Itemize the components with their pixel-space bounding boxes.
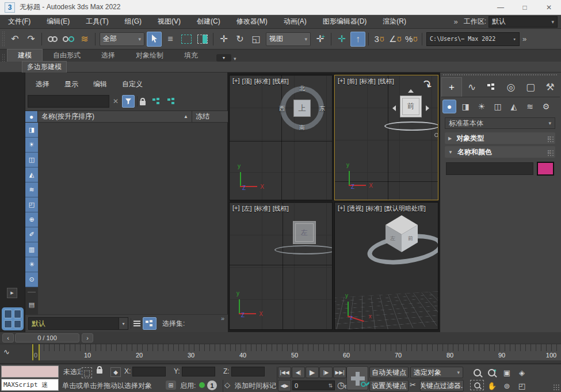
project-folder-dropdown[interactable]: C:\Users\⋯ Max 2022 ▾ [426, 32, 520, 46]
orbit-icon[interactable]: ⊚ [500, 380, 514, 391]
viewport-left[interactable]: [+] [左] [标准] [线框] 左 y X Z [229, 202, 333, 330]
display-xrefs-filter[interactable]: ⊕ [25, 212, 38, 227]
maxscript-listener-input[interactable]: MAXScript 迷 [1, 379, 59, 391]
viewcube-compass-ring[interactable] [384, 121, 438, 131]
display-shapes-filter[interactable]: ◨ [25, 123, 38, 138]
ribbon-tab-object-paint[interactable]: 对象绘制 [125, 50, 174, 62]
explorer-menu-edit[interactable]: 编辑 [93, 79, 107, 89]
set-key-button[interactable]: 设置关键点 [369, 380, 409, 391]
redo-button[interactable]: ↷ [24, 32, 39, 47]
select-scale-button[interactable]: ◱ [249, 32, 264, 47]
zoom-extents-icon[interactable]: ▣ [500, 367, 514, 378]
zoom-region-icon[interactable] [470, 380, 484, 390]
z-coordinate-input[interactable] [231, 367, 265, 376]
viewcube-front[interactable]: 前 [390, 89, 432, 147]
list-view-icon[interactable]: ▤ [25, 297, 38, 312]
current-frame-spinner[interactable]: 0 ⇅ [292, 380, 335, 390]
expand-tree-icon[interactable] [152, 98, 161, 105]
menu-animation[interactable]: 动画(A) [276, 17, 315, 26]
isolate-selection-icon[interactable]: ◇ [224, 380, 230, 389]
object-color-swatch[interactable] [537, 162, 554, 176]
x-coordinate-input[interactable] [132, 367, 166, 376]
viewcube-arrow-up[interactable] [408, 89, 414, 93]
ribbon-tab-modeling[interactable]: 建模 [7, 49, 43, 62]
active-layer-dropdown[interactable]: 默认 [28, 317, 119, 330]
grid-enabled-indicator[interactable] [199, 382, 205, 388]
minimize-button[interactable]: — [489, 1, 513, 14]
display-containers-filter[interactable]: ▥ [25, 242, 38, 257]
close-button[interactable]: ✕ [537, 1, 561, 14]
resize-grip[interactable] [553, 384, 560, 391]
key-filters-pliers-icon[interactable]: ✂ [410, 380, 416, 389]
selection-filter-dropdown[interactable]: 全部 ▾ [100, 32, 144, 46]
viewport-top[interactable]: [+] [顶] [标准] [线框] 北 东 南 西 上 y [229, 75, 333, 200]
panel-drag-handle[interactable] [442, 74, 558, 76]
viewcube-left[interactable]: 左 [287, 221, 322, 261]
display-bones-filter[interactable]: ✐ [25, 227, 38, 242]
time-slider-handle[interactable] [32, 344, 40, 360]
viewport-perspective[interactable]: [+] [透视] [标准] [默认明暗处理] 左 前 y x [334, 202, 438, 330]
select-link-icon[interactable] [45, 32, 60, 47]
display-groups-filter[interactable]: ◰ [25, 197, 38, 212]
explorer-object-list[interactable] [38, 123, 227, 314]
footer-overflow-icon[interactable]: » [221, 315, 224, 322]
go-to-end-button[interactable]: ▶▶| [333, 367, 346, 378]
frame-indicator[interactable]: 0 / 100 [15, 333, 79, 342]
viewport-shading-menu[interactable]: [默认明暗处理] [384, 204, 426, 213]
viewcube-front-face[interactable]: 前 [400, 96, 422, 117]
select-manipulate-button[interactable]: ✛ [334, 32, 349, 47]
layers-stack-icon[interactable] [133, 321, 140, 326]
tab-hierarchy[interactable] [482, 77, 501, 97]
menu-overflow-icon[interactable]: » [453, 17, 457, 26]
absolute-mode-icon[interactable]: ◆ [110, 367, 121, 377]
viewport-standard-menu[interactable]: [标准] [360, 77, 376, 86]
workspace-dropdown[interactable]: 默认 ▾ [489, 16, 558, 28]
viewport-menu-plus[interactable]: [+] [338, 204, 345, 213]
explorer-menu-customize[interactable]: 自定义 [122, 79, 143, 89]
compass-north[interactable]: 北 [299, 85, 305, 93]
viewport-shading-menu[interactable]: [线框] [378, 77, 394, 86]
category-helpers[interactable]: ◭ [507, 100, 521, 113]
auto-key-button[interactable]: 自动关键点 [369, 367, 409, 378]
category-cameras[interactable]: ◫ [491, 100, 505, 113]
maximize-viewport-toggle[interactable]: ◰ [515, 380, 529, 391]
mini-curve-editor-icon[interactable]: ∿ [3, 348, 10, 356]
spinner-arrows-icon[interactable]: ⇅ [328, 383, 333, 389]
chevron-down-icon[interactable]: ▾ [234, 56, 236, 62]
viewport-standard-menu[interactable]: [标准] [366, 204, 382, 213]
viewcube-compass[interactable]: 北 东 南 西 上 [280, 86, 324, 130]
timeline-ruler[interactable]: 0 10 20 30 40 50 60 70 80 90 100 [33, 344, 561, 360]
key-filters-button[interactable]: 关键点过滤器.. [420, 380, 464, 391]
select-by-name-button[interactable]: ≡ [163, 32, 178, 47]
selection-region-icon[interactable]: ⬚ [82, 367, 92, 378]
menu-create[interactable]: 创建(C) [189, 17, 228, 26]
collapse-tree-icon[interactable] [167, 98, 175, 105]
rollout-name-color[interactable]: ▼ 名称和颜色 ⠿ [445, 146, 555, 158]
key-mode-toggle[interactable]: ◀▶ [278, 380, 291, 391]
viewcube-arrow-right[interactable] [426, 105, 429, 111]
menu-tools[interactable]: 工具(T) [78, 17, 116, 26]
viewcube-home-dot[interactable] [434, 133, 438, 137]
rollout-object-type[interactable]: ▶ 对象类型 ⠿ [445, 132, 555, 144]
viewcube-top-face[interactable]: 上 [293, 100, 311, 117]
tab-utilities[interactable]: ⚒ [540, 77, 560, 97]
keyboard-override-toggle[interactable]: ↑ [350, 32, 365, 47]
category-spacewarps[interactable]: ≋ [523, 100, 537, 113]
ribbon-tab-freeform[interactable]: 自由形式 [43, 50, 91, 62]
category-lights[interactable]: ☀ [475, 100, 489, 113]
viewport-shading-menu[interactable]: [线框] [273, 77, 289, 86]
viewport-menu-plus[interactable]: [+] [232, 77, 240, 86]
percent-snap-button[interactable]: %Ω [404, 32, 419, 47]
go-to-start-button[interactable]: |◀◀ [278, 367, 291, 378]
toolbar-drag-handle[interactable] [2, 31, 5, 47]
y-coordinate-input[interactable] [182, 367, 215, 376]
toolbar-overflow-icon[interactable]: » [522, 35, 526, 43]
geometry-category-dropdown[interactable]: 标准基本体 ▾ [445, 117, 555, 129]
compass-south[interactable]: 南 [299, 124, 305, 132]
hierarchy-view-button[interactable] [143, 317, 157, 330]
menu-graph-editors[interactable]: 图形编辑器(D) [315, 17, 375, 26]
reference-coordinate-dropdown[interactable]: 视图 ▾ [266, 32, 311, 46]
display-helpers-filter[interactable]: ◭ [25, 168, 38, 182]
menu-group[interactable]: 组(G) [117, 17, 150, 26]
ribbon-tab-populate[interactable]: 填充 [174, 50, 208, 62]
